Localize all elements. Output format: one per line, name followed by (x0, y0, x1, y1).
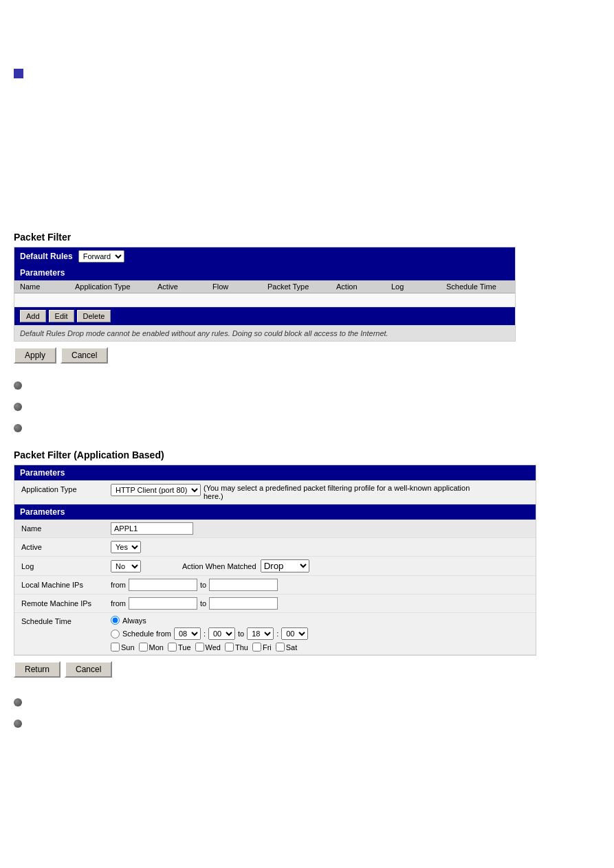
fri-checkbox[interactable] (252, 643, 261, 652)
remote-from-label: from (111, 599, 126, 608)
action-when-matched-label: Action When Matched (182, 562, 256, 570)
app-parameters-header: Parameters (14, 465, 536, 480)
packet-filter-section: Packet Filter Default Rules Forward Drop… (14, 232, 600, 364)
app-cancel-button[interactable]: Cancel (65, 661, 112, 678)
always-label: Always (122, 616, 146, 625)
col-active: Active (157, 282, 212, 291)
remote-ip-fields: from to (111, 597, 278, 610)
return-button[interactable]: Return (14, 661, 61, 678)
log-left: Log No Yes (21, 560, 141, 572)
apply-cancel-buttons: Apply Cancel (14, 347, 600, 364)
remote-ip-row: Remote Machine IPs from to (14, 594, 536, 613)
delete-rule-button[interactable]: Delete (77, 310, 111, 322)
remote-to-input[interactable] (209, 597, 278, 610)
app-type-hint: (You may select a predefined packet filt… (204, 484, 479, 500)
remote-to-label: to (200, 599, 206, 608)
log-action-row: Log No Yes Action When Matched Drop Forw… (14, 557, 536, 576)
blue-square-icon (14, 69, 23, 78)
col-action: Action (336, 282, 391, 291)
app-type-row: Application Type HTTP Client (port 80) F… (14, 480, 536, 504)
packet-filter-app-title: Packet Filter (Application Based) (14, 449, 600, 460)
apply-button[interactable]: Apply (14, 347, 56, 364)
packet-filter-title: Packet Filter (14, 232, 600, 243)
day-thu[interactable]: Thu (225, 643, 248, 652)
to-min-select[interactable]: 00153045 (281, 627, 308, 640)
bottom-bullet-2 (14, 720, 22, 728)
sat-checkbox[interactable] (276, 643, 285, 652)
local-from-input[interactable] (129, 579, 197, 591)
col-name: Name (20, 282, 75, 291)
wed-label: Wed (206, 643, 221, 652)
col-app-type: Application Type (75, 282, 157, 291)
active-row: Active Yes No (14, 538, 536, 557)
local-ip-fields: from to (111, 579, 278, 591)
fri-label: Fri (263, 643, 272, 652)
days-checkboxes: Sun Mon Tue Wed (111, 643, 308, 652)
edit-rule-button[interactable]: Edit (49, 310, 74, 322)
thu-checkbox[interactable] (225, 643, 234, 652)
mon-checkbox[interactable] (139, 643, 148, 652)
local-to-input[interactable] (209, 579, 278, 591)
app-type-select[interactable]: HTTP Client (port 80) FTP Client SMTP PO… (111, 484, 201, 496)
name-control (111, 522, 193, 535)
from-hour-select[interactable]: 0800010910 (174, 627, 201, 640)
active-label: Active (21, 543, 111, 551)
day-sat[interactable]: Sat (276, 643, 298, 652)
to-label: to (238, 630, 244, 638)
sun-checkbox[interactable] (111, 643, 120, 652)
schedule-time-row: Schedule Time Always Schedule from 08000… (14, 613, 536, 655)
thu-label: Thu (235, 643, 248, 652)
bullet-1 (14, 381, 22, 390)
default-rules-select[interactable]: Forward Drop (78, 250, 124, 263)
colon-1: : (204, 630, 206, 638)
packet-filter-app-table: Parameters Application Type HTTP Client … (14, 465, 536, 656)
col-schedule-time: Schedule Time (446, 282, 529, 291)
local-ip-row: Local Machine IPs from to (14, 576, 536, 594)
log-select[interactable]: No Yes (111, 560, 141, 572)
to-hour-select[interactable]: 1800081719 (247, 627, 274, 640)
cancel-button[interactable]: Cancel (61, 347, 108, 364)
sun-label: Sun (121, 643, 135, 652)
local-from-label: from (111, 581, 126, 589)
tue-label: Tue (178, 643, 191, 652)
log-label: Log (21, 562, 111, 570)
mon-label: Mon (149, 643, 164, 652)
active-control: Yes No (111, 541, 141, 553)
tue-checkbox[interactable] (168, 643, 177, 652)
name-row: Name (14, 520, 536, 538)
always-radio[interactable] (111, 616, 120, 625)
column-headers: Name Application Type Active Flow Packet… (14, 280, 515, 293)
packet-filter-table: Default Rules Forward Drop Parameters Na… (14, 247, 516, 342)
wed-checkbox[interactable] (195, 643, 204, 652)
parameters-header: Parameters (14, 265, 515, 280)
bullet-2 (14, 403, 22, 411)
day-mon[interactable]: Mon (139, 643, 164, 652)
always-option: Always (111, 616, 308, 625)
local-to-label: to (200, 581, 206, 589)
empty-data-area (14, 293, 515, 307)
day-wed[interactable]: Wed (195, 643, 221, 652)
col-log: Log (391, 282, 446, 291)
table-action-buttons: Add Edit Delete (14, 307, 515, 325)
action-when-matched-select[interactable]: Drop Forward (261, 559, 309, 572)
notice-row: Default Rules Drop mode cannot be enable… (14, 325, 515, 341)
schedule-controls: Always Schedule from 0800010910 : 001530… (111, 616, 308, 652)
add-rule-button[interactable]: Add (20, 310, 46, 322)
day-sun[interactable]: Sun (111, 643, 135, 652)
remote-ip-label: Remote Machine IPs (21, 599, 111, 608)
from-min-select[interactable]: 00153045 (208, 627, 235, 640)
schedule-from-radio[interactable] (111, 630, 120, 638)
return-cancel-buttons: Return Cancel (14, 661, 600, 678)
schedule-from-label: Schedule from (122, 630, 171, 638)
remote-from-input[interactable] (129, 597, 197, 610)
day-tue[interactable]: Tue (168, 643, 191, 652)
name-label: Name (21, 524, 111, 533)
day-fri[interactable]: Fri (252, 643, 272, 652)
name-input[interactable] (111, 522, 193, 535)
colon-2: : (276, 630, 278, 638)
active-select[interactable]: Yes No (111, 541, 141, 553)
bullet-3 (14, 424, 22, 432)
col-flow: Flow (212, 282, 267, 291)
sat-label: Sat (286, 643, 298, 652)
local-ip-label: Local Machine IPs (21, 581, 111, 589)
